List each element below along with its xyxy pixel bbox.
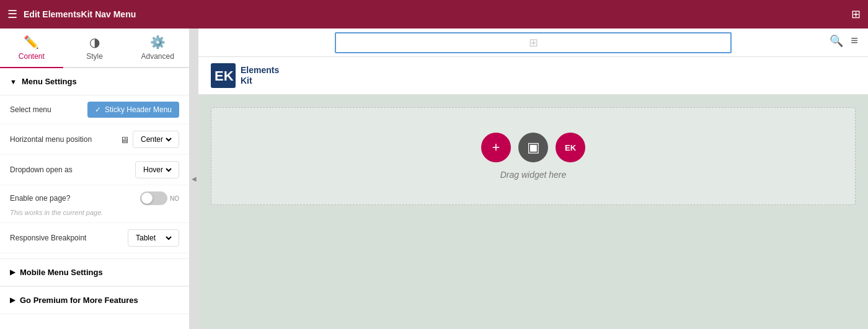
menu-settings-title: Menu Settings <box>22 77 77 86</box>
dropdown-open-select-input[interactable]: Hover Click <box>141 165 174 175</box>
ek-icon: EK <box>565 143 576 152</box>
action-buttons: + ▣ EK <box>481 133 585 162</box>
logo-text-kit: Kit <box>241 76 279 86</box>
mobile-menu-title: Mobile Menu Settings <box>20 268 103 277</box>
mobile-menu-settings-section[interactable]: ▶ Mobile Menu Settings <box>0 258 189 286</box>
select-menu-value: Sticky Header Menu <box>105 105 172 114</box>
logo: EK Elements Kit <box>211 63 279 88</box>
plus-icon: + <box>492 139 500 156</box>
logo-icon: EK <box>211 63 236 88</box>
sidebar-content: ▼ Menu Settings Select menu ✓ Sticky Hea… <box>0 68 189 329</box>
grid-icon[interactable]: ⊞ <box>851 7 861 21</box>
drag-widget-text: Drag widget here <box>500 170 567 180</box>
mobile-menu-chevron: ▶ <box>10 268 15 276</box>
svg-text:EK: EK <box>215 68 234 84</box>
logo-text-elements: Elements <box>241 65 279 76</box>
enable-one-page-row: Enable one page? NO This works in the cu… <box>0 185 189 223</box>
go-premium-chevron: ▶ <box>10 296 15 304</box>
tab-advanced-label: Advanced <box>141 52 174 61</box>
canvas-section: + ▣ EK Drag widget here <box>211 107 856 205</box>
preview-bar: ⊞ 🔍 ≡ <box>198 29 868 57</box>
top-bar: ☰ Edit ElementsKit Nav Menu ⊞ <box>0 0 868 29</box>
tabs: ✏️ Content ◑ Style ⚙️ Advanced <box>0 29 189 68</box>
tab-content-label: Content <box>19 52 45 61</box>
menu-button[interactable]: ≡ <box>851 33 858 48</box>
preview-input[interactable]: ⊞ <box>335 32 732 53</box>
dropdown-open-label: Dropdown open as <box>10 165 135 174</box>
horizontal-position-label: Horizontal menu position <box>10 135 120 144</box>
template-button[interactable]: ▣ <box>518 133 548 162</box>
enable-one-page-toggle[interactable] <box>140 191 167 205</box>
ek-button[interactable]: EK <box>556 133 585 162</box>
canvas-area: + ▣ EK Drag widget here <box>198 95 868 329</box>
top-right-icons: 🔍 ≡ <box>830 33 858 48</box>
add-widget-button[interactable]: + <box>481 133 511 162</box>
collapse-arrow: ◀ <box>192 175 197 182</box>
responsive-breakpoint-select[interactable]: Tablet Mobile Desktop <box>128 229 179 247</box>
responsive-breakpoint-label: Responsive Breakpoint <box>10 234 128 242</box>
dropdown-open-select[interactable]: Hover Click <box>135 161 179 178</box>
select-menu-button[interactable]: ✓ Sticky Header Menu <box>87 102 179 118</box>
select-menu-row: Select menu ✓ Sticky Header Menu <box>0 95 189 125</box>
select-menu-label: Select menu <box>10 105 87 114</box>
horizontal-position-select-input[interactable]: Center Left Right <box>138 134 174 144</box>
search-button[interactable]: 🔍 <box>830 34 843 48</box>
top-bar-title: Edit ElementsKit Nav Menu <box>24 9 845 19</box>
hamburger-icon[interactable]: ☰ <box>7 7 17 21</box>
folder-icon: ▣ <box>527 139 540 156</box>
menu-settings-chevron: ▼ <box>10 78 17 86</box>
content-tab-icon: ✏️ <box>24 35 39 50</box>
go-premium-title: Go Premium for More Features <box>20 296 138 305</box>
tab-advanced[interactable]: ⚙️ Advanced <box>126 29 189 68</box>
right-panel: ⊞ 🔍 ≡ EK Elements Kit <box>198 29 868 329</box>
collapse-handle[interactable]: ◀ <box>190 29 198 329</box>
horizontal-position-row: Horizontal menu position 🖥 Center Left R… <box>0 125 189 155</box>
dropdown-open-control: Hover Click <box>135 161 179 178</box>
enable-one-page-toggle-container: NO <box>140 191 179 205</box>
responsive-breakpoint-row: Responsive Breakpoint Tablet Mobile Desk… <box>0 223 189 253</box>
responsive-breakpoint-control: Tablet Mobile Desktop <box>128 229 179 247</box>
enable-one-page-note: This works in the current page. <box>10 209 103 216</box>
horizontal-position-control: 🖥 Center Left Right <box>120 131 179 148</box>
logo-bar: EK Elements Kit <box>198 57 868 95</box>
go-premium-section[interactable]: ▶ Go Premium for More Features <box>0 286 189 314</box>
sidebar: ✏️ Content ◑ Style ⚙️ Advanced ▼ Menu Se… <box>0 29 190 329</box>
style-tab-icon: ◑ <box>89 35 100 50</box>
preview-input-icon: ⊞ <box>529 36 538 50</box>
enable-one-page-label: Enable one page? <box>10 194 140 203</box>
horizontal-position-select[interactable]: Center Left Right <box>133 131 179 148</box>
tab-style[interactable]: ◑ Style <box>63 29 126 68</box>
main-layout: ✏️ Content ◑ Style ⚙️ Advanced ▼ Menu Se… <box>0 29 868 329</box>
toggle-off-label: NO <box>170 195 179 202</box>
dropdown-open-row: Dropdown open as Hover Click <box>0 155 189 185</box>
monitor-icon: 🖥 <box>120 134 129 145</box>
responsive-breakpoint-select-input[interactable]: Tablet Mobile Desktop <box>133 233 174 243</box>
toggle-knob <box>141 193 153 204</box>
menu-settings-section-header[interactable]: ▼ Menu Settings <box>0 68 189 95</box>
tab-content[interactable]: ✏️ Content <box>0 29 63 68</box>
select-menu-check: ✓ <box>95 105 101 114</box>
select-menu-control: ✓ Sticky Header Menu <box>87 102 179 118</box>
advanced-tab-icon: ⚙️ <box>150 35 166 50</box>
tab-style-label: Style <box>86 52 103 61</box>
